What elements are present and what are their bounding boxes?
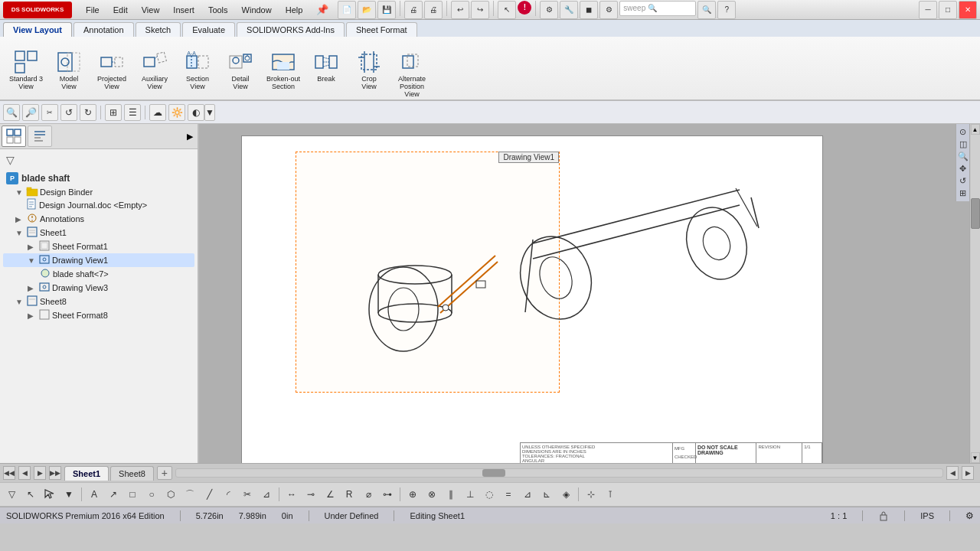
select-button[interactable]: ↖ xyxy=(498,1,516,19)
print-button[interactable]: 🖨 xyxy=(404,1,423,19)
horizontal-scrollbar[interactable] xyxy=(175,468,943,478)
bt-select-btn[interactable]: ↖ xyxy=(22,486,39,503)
right-scrollbar[interactable]: ▲ ▼ xyxy=(969,124,980,463)
ribbon-section-view[interactable]: A-A SectionView xyxy=(178,46,217,90)
ribbon-model-view[interactable]: ModelView xyxy=(49,46,89,90)
tree-root[interactable]: P blade shaft xyxy=(3,171,194,186)
bt-parallel-btn[interactable]: ∥ xyxy=(443,486,459,503)
bt-constraint-btn[interactable]: ⊕ xyxy=(404,486,421,503)
sheet-add-button[interactable]: + xyxy=(157,466,172,480)
tab-annotation[interactable]: Annotation xyxy=(74,22,134,37)
bt-select2-btn[interactable] xyxy=(41,486,58,503)
ribbon-auxiliary-view[interactable]: AuxiliaryView xyxy=(135,46,175,90)
menu-window[interactable]: Window xyxy=(236,4,278,16)
sheet-nav-next[interactable]: ▶ xyxy=(34,466,46,480)
ribbon-break[interactable]: Break xyxy=(306,46,346,90)
menu-file[interactable]: File xyxy=(80,4,106,16)
tree-design-journal[interactable]: Design Journal.doc <Empty> xyxy=(3,198,194,212)
tab-addins[interactable]: SOLIDWORKS Add-Ins xyxy=(237,22,345,37)
toggle-icon[interactable]: ▶ xyxy=(28,243,37,251)
tree-sheet1[interactable]: ▼ Sheet1 xyxy=(3,226,194,240)
bt-arc-btn[interactable]: ◜ xyxy=(220,486,237,503)
tab-sheet-format[interactable]: Sheet Format xyxy=(346,22,417,37)
help-button[interactable]: ? xyxy=(717,1,736,19)
view-fit-icon[interactable]: ⊞ xyxy=(959,188,966,198)
menu-help[interactable]: Help xyxy=(279,4,309,16)
bt-tangent-btn[interactable]: ◌ xyxy=(481,486,498,503)
tree-sheet8[interactable]: ▼ Sheet8 xyxy=(3,295,194,308)
bt-equal-btn[interactable]: = xyxy=(500,486,517,503)
ribbon-detail-view[interactable]: A DetailView xyxy=(220,46,260,90)
horizontal-scroll-thumb[interactable] xyxy=(482,469,505,477)
tree-design-binder[interactable]: ▼ Design Binder xyxy=(3,186,194,198)
status-options-icon[interactable]: ⚙ xyxy=(965,510,974,521)
toggle-icon[interactable]: ▼ xyxy=(28,256,37,265)
bt-trim-btn[interactable]: ✂ xyxy=(239,486,256,503)
bt-diameter-btn[interactable]: ⌀ xyxy=(360,486,377,503)
tree-drawing-view3[interactable]: ▶ Drawing View3 xyxy=(3,281,194,295)
tools2-button[interactable]: 🔧 xyxy=(560,1,578,19)
zoom-area-button[interactable]: 🔎 xyxy=(22,104,39,121)
toggle-icon[interactable]: ▼ xyxy=(15,298,24,306)
menu-view[interactable]: View xyxy=(136,4,166,16)
zoom-pan-button[interactable]: ✂ xyxy=(41,104,58,121)
ribbon-projected-view[interactable]: ProjectedView xyxy=(92,46,132,90)
sheet-tab-1[interactable]: Sheet1 xyxy=(64,466,109,481)
close-button[interactable]: ✕ xyxy=(959,1,977,19)
bt-copy-btn[interactable]: ⊺ xyxy=(602,486,619,503)
tree-drawing-view1[interactable]: ▼ Drawing View1 xyxy=(3,253,194,267)
view-pan-icon[interactable]: ✥ xyxy=(959,164,966,174)
sheet-nav-last[interactable]: ▶▶ xyxy=(49,466,61,480)
lp-tab-properties[interactable] xyxy=(28,126,52,147)
sheet-nav-first[interactable]: ◀◀ xyxy=(3,466,15,480)
toggle-icon[interactable]: ▼ xyxy=(15,229,24,237)
drawing-sheet[interactable]: Drawing View1 xyxy=(241,135,823,463)
material-button[interactable]: ◐ xyxy=(188,104,204,121)
bt-smart-dim-btn[interactable]: ⊸ xyxy=(302,486,319,503)
tree-blade-shaft-7[interactable]: blade shaft<7> xyxy=(3,267,194,281)
redo-button[interactable]: ↪ xyxy=(471,1,489,19)
toggle-icon[interactable]: ▼ xyxy=(15,188,24,197)
view-grid-button[interactable]: ⊞ xyxy=(105,104,122,121)
menu-insert[interactable]: Insert xyxy=(167,4,201,16)
display-mode-button[interactable]: ☰ xyxy=(124,104,141,121)
bt-filter-btn[interactable]: ▽ xyxy=(3,486,20,503)
save-button[interactable]: 💾 xyxy=(377,1,396,19)
bt-coincident-btn[interactable]: ⊗ xyxy=(423,486,440,503)
bt-leader-btn[interactable]: ↗ xyxy=(105,486,122,503)
bt-perp-btn[interactable]: ⊥ xyxy=(462,486,479,503)
bt-line-btn[interactable]: ╱ xyxy=(201,486,217,503)
view-zoom-icon[interactable]: 🔍 xyxy=(958,152,969,161)
ribbon-broken-out-section[interactable]: Broken-outSection xyxy=(263,46,303,90)
display-button[interactable]: ◼ xyxy=(580,1,598,19)
options-button[interactable]: ⚙ xyxy=(540,1,558,19)
tree-sheet-format1[interactable]: ▶ Sheet Format1 xyxy=(3,240,194,253)
scroll-up-button[interactable]: ▲ xyxy=(971,124,980,135)
tree-annotations[interactable]: ▶ Annotations xyxy=(3,212,194,226)
canvas-area[interactable]: Drawing View1 xyxy=(199,124,980,463)
scroll-down-button[interactable]: ▼ xyxy=(971,452,980,463)
bt-move-btn[interactable]: ⊹ xyxy=(583,486,599,503)
bt-offset-btn[interactable]: ⊿ xyxy=(258,486,275,503)
view-orientation-icon[interactable]: ⊙ xyxy=(959,127,966,137)
bt-cursor-dropdown[interactable]: ▼ xyxy=(60,486,77,503)
scroll-left-button[interactable]: ◀ xyxy=(946,466,959,480)
bt-chain-btn[interactable]: ⊶ xyxy=(379,486,396,503)
bt-angular-btn[interactable]: ∠ xyxy=(322,486,338,503)
bt-radius-btn[interactable]: R xyxy=(341,486,358,503)
menu-edit[interactable]: Edit xyxy=(107,4,134,16)
menu-tools[interactable]: Tools xyxy=(202,4,234,16)
tab-view-layout[interactable]: View Layout xyxy=(3,22,72,37)
tab-evaluate[interactable]: Evaluate xyxy=(182,22,235,37)
rebuild-button[interactable]: ! xyxy=(518,1,531,15)
toggle-icon[interactable]: ▶ xyxy=(28,311,37,320)
expand-arrow[interactable]: ▶ xyxy=(187,126,196,147)
light-button[interactable]: ☁ xyxy=(149,104,166,121)
view-rotate-icon[interactable]: ↺ xyxy=(959,176,966,186)
toggle-icon[interactable]: ▶ xyxy=(28,284,37,292)
pin-icon[interactable]: 📌 xyxy=(316,4,328,15)
new-button[interactable]: 📄 xyxy=(338,1,356,19)
material-dropdown-button[interactable]: ▼ xyxy=(204,104,215,121)
settings2-button[interactable]: ⚙ xyxy=(599,1,618,19)
bt-note-btn[interactable]: A xyxy=(86,486,103,503)
